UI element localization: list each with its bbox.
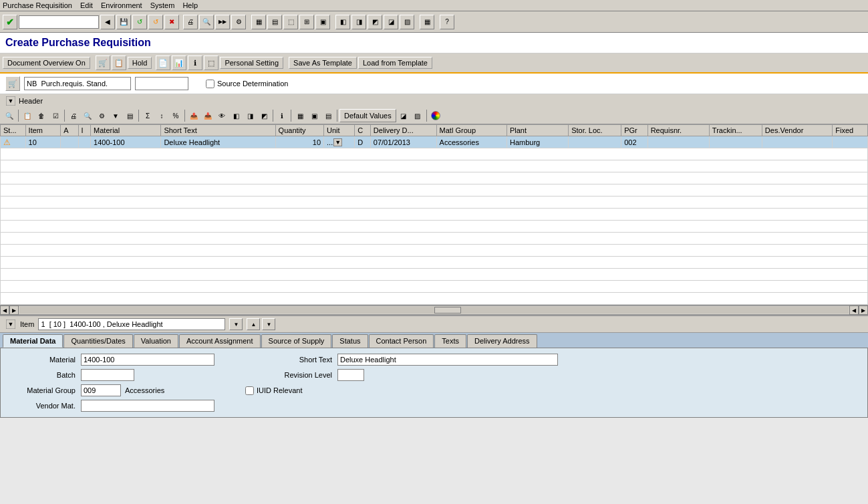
th-quantity[interactable]: Quantity xyxy=(275,125,323,136)
stop-btn[interactable]: ✖ xyxy=(164,15,179,29)
grid-sum-btn[interactable]: Σ xyxy=(141,109,154,122)
th-delivery[interactable]: Delivery D... xyxy=(370,125,436,136)
tab-material-data[interactable]: Material Data xyxy=(3,334,63,348)
default-values-btn[interactable]: Default Values xyxy=(339,109,396,122)
table-row[interactable] xyxy=(1,245,868,257)
doc-type-input[interactable] xyxy=(24,77,131,90)
th-des-vendor[interactable]: Des.Vendor xyxy=(762,125,832,136)
tb-doc-icon2[interactable]: 📋 xyxy=(112,55,126,70)
nav-back-btn[interactable]: ◀ xyxy=(100,15,115,29)
grid-filter-btn[interactable]: ▼ xyxy=(109,109,122,122)
th-short-text[interactable]: Short Text xyxy=(161,125,275,136)
grid-sort2-btn[interactable]: % xyxy=(169,109,182,122)
tab-account-assignment[interactable]: Account Assignment xyxy=(179,334,261,348)
th-i[interactable]: I xyxy=(78,125,90,136)
nav-down-btn[interactable]: ▼ xyxy=(262,318,275,330)
tb-btn7[interactable]: ◨ xyxy=(351,15,366,29)
tb-btn2[interactable]: ▤ xyxy=(267,15,282,29)
scroll-track[interactable] xyxy=(19,307,849,313)
table-hscrollbar[interactable]: ◀ ▶ ◀ ▶ xyxy=(0,305,868,315)
th-matl-group[interactable]: Matl Group xyxy=(436,125,507,136)
table-row[interactable] xyxy=(1,257,868,269)
table-row[interactable] xyxy=(1,197,868,209)
table-row[interactable] xyxy=(1,209,868,221)
table-row[interactable] xyxy=(1,184,868,197)
grid-tb5[interactable]: ▣ xyxy=(307,109,321,122)
scroll-end-left-btn[interactable]: ◀ xyxy=(849,305,859,315)
th-c[interactable]: C xyxy=(355,125,371,136)
grid-tb3[interactable]: ◩ xyxy=(257,109,271,122)
scroll-right-btn[interactable]: ▶ xyxy=(9,305,19,315)
load-template-btn[interactable]: Load from Template xyxy=(358,57,432,69)
th-status[interactable]: St... xyxy=(1,125,26,136)
doc-cart-icon[interactable]: 🛒 xyxy=(5,76,20,91)
menu-environment[interactable]: Environment xyxy=(101,1,142,9)
grid-export-btn[interactable]: 📤 xyxy=(187,109,200,122)
menu-edit[interactable]: Edit xyxy=(80,1,93,9)
tab-source-of-supply[interactable]: Source of Supply xyxy=(261,334,332,348)
table-row[interactable] xyxy=(1,233,868,245)
tb-btn4[interactable]: ⊞ xyxy=(299,15,314,29)
material-input[interactable] xyxy=(81,354,214,366)
scroll-end-right-btn[interactable]: ▶ xyxy=(859,305,868,315)
tab-valuation[interactable]: Valuation xyxy=(134,334,178,348)
find-next-btn[interactable]: ▶▶ xyxy=(215,15,230,29)
table-row[interactable] xyxy=(1,269,868,281)
tb-doc-icon3[interactable]: 📄 xyxy=(156,55,170,70)
th-requisnr[interactable]: Requisnr. xyxy=(647,125,709,136)
th-stor-loc[interactable]: Stor. Loc. xyxy=(569,125,621,136)
grid-sort-btn[interactable]: ↕ xyxy=(155,109,168,122)
save-btn[interactable]: 💾 xyxy=(116,15,131,29)
th-unit[interactable]: Unit xyxy=(324,125,355,136)
th-a[interactable]: A xyxy=(61,125,78,136)
vendor-mat-input[interactable] xyxy=(81,400,214,412)
grid-delete-btn[interactable]: 🗑 xyxy=(35,109,48,122)
th-material[interactable]: Material xyxy=(91,125,161,136)
grid-select-btn[interactable]: ☑ xyxy=(49,109,62,122)
doc-subtype-input[interactable] xyxy=(135,77,188,90)
short-text-input[interactable] xyxy=(337,354,558,366)
tab-status[interactable]: Status xyxy=(332,334,368,348)
table-row[interactable] xyxy=(1,221,868,233)
menu-purchase-req[interactable]: Purchase Requisition xyxy=(3,1,72,9)
hold-btn[interactable]: Hold xyxy=(128,57,152,69)
th-item[interactable]: Item xyxy=(25,125,61,136)
th-fixed[interactable]: Fixed xyxy=(833,125,868,136)
shortcut-btn1[interactable]: ↺ xyxy=(132,15,147,29)
tb-btn3[interactable]: ⬚ xyxy=(283,15,298,29)
tb-doc-icon4[interactable]: 📊 xyxy=(172,55,186,70)
tb-btn1[interactable]: ▦ xyxy=(251,15,266,29)
grid-tb4[interactable]: ▦ xyxy=(293,109,307,122)
settings-btn[interactable]: ⚙ xyxy=(231,15,246,29)
find-btn[interactable]: 🔍 xyxy=(199,15,214,29)
table-scroll[interactable]: St... Item A I Material Short Text Quant… xyxy=(0,124,868,305)
scroll-thumb[interactable] xyxy=(434,307,461,313)
matl-group-input[interactable] xyxy=(81,384,121,396)
grid-layout-btn[interactable]: ▤ xyxy=(123,109,136,122)
item-detail-input[interactable] xyxy=(38,318,225,330)
tab-delivery-address[interactable]: Delivery Address xyxy=(467,334,537,348)
personal-setting-btn[interactable]: Personal Setting xyxy=(220,57,283,69)
detail-collapse-icon[interactable]: ▼ xyxy=(5,319,16,330)
tb-btn8[interactable]: ◩ xyxy=(368,15,382,29)
save-template-btn[interactable]: Save As Template xyxy=(289,57,357,69)
grid-copy-btn[interactable]: 📋 xyxy=(21,109,34,122)
tab-texts[interactable]: Texts xyxy=(434,334,466,348)
menu-help[interactable]: Help xyxy=(182,1,198,9)
grid-tb1[interactable]: ◧ xyxy=(229,109,243,122)
help-btn[interactable]: ? xyxy=(440,15,454,29)
grid-info-btn[interactable]: ℹ xyxy=(275,109,289,122)
table-row[interactable] xyxy=(1,160,868,172)
table-row[interactable] xyxy=(1,172,868,184)
grid-tb8[interactable]: ▨ xyxy=(411,109,424,122)
table-row[interactable] xyxy=(1,281,868,293)
th-plant[interactable]: Plant xyxy=(507,125,568,136)
menu-system[interactable]: System xyxy=(150,1,175,9)
iuid-checkbox[interactable] xyxy=(245,386,254,395)
tb-btn10[interactable]: ▨ xyxy=(400,15,414,29)
command-input[interactable] xyxy=(19,15,99,29)
th-tracking[interactable]: Trackin... xyxy=(709,125,762,136)
unit-icon[interactable]: ▼ xyxy=(333,138,342,146)
grid-settings-btn[interactable]: ⚙ xyxy=(95,109,108,122)
batch-input[interactable] xyxy=(81,369,134,381)
